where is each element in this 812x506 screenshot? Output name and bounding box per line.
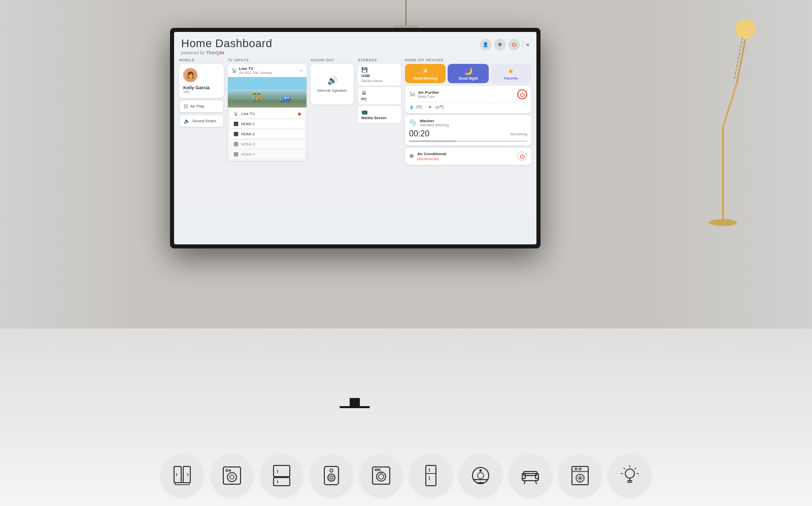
ac-info: Air Conditional Disconnected xyxy=(417,152,514,161)
svg-point-14 xyxy=(226,469,228,472)
dryer-icon-circle[interactable] xyxy=(361,455,401,496)
good-night-button[interactable]: 🌙 Good Night xyxy=(448,64,488,83)
air-purifier-power-button[interactable]: ⏻ xyxy=(517,89,527,99)
tv-collapse-button[interactable]: – xyxy=(299,67,303,74)
air-purifier-info: Air Purifier Baby Care xyxy=(418,90,514,98)
hdmi2-icon: ⬛ xyxy=(233,132,239,136)
dishwasher-icon xyxy=(569,464,591,487)
svg-rect-41 xyxy=(522,474,538,481)
user-avatar: 👩 xyxy=(183,68,197,82)
tv-input-hdmi4[interactable]: ⬛ HDMI 4 xyxy=(230,150,304,159)
svg-point-4 xyxy=(709,219,737,226)
media-server-label: Media Server xyxy=(361,116,387,120)
storage-item-list: 💾 USB Device Name 🖥 PC 📺 Media Server xyxy=(358,64,401,123)
svg-point-56 xyxy=(625,469,634,478)
tv-card-info: 📡 Live TV 28 SKD The Journey xyxy=(231,66,272,75)
washer-time: 00:20 xyxy=(409,129,507,138)
mobile-section: MOBILE 👩 Keily Garcia V50 ⊡ Air Play xyxy=(179,58,224,240)
floor-lamp-right xyxy=(685,15,766,228)
speaker-icon-circle[interactable] xyxy=(311,455,352,496)
tv-channel-name: Live TV xyxy=(239,66,272,71)
svg-point-15 xyxy=(229,470,231,472)
air-purifier-sub: Baby Care xyxy=(418,95,514,98)
tall-fridge-icon-circle[interactable] xyxy=(411,455,451,496)
storage-item-media[interactable]: 📺 Media Server xyxy=(358,106,401,123)
smart-lamp-icon xyxy=(619,464,641,487)
scene-people-icon: 🧑‍🤝‍🧑 xyxy=(252,93,262,102)
washer-remaining-label: Remaining xyxy=(511,132,527,136)
hdmi1-label: HDMI 1 xyxy=(241,122,255,126)
sofa-icon-circle[interactable] xyxy=(510,455,551,496)
svg-point-0 xyxy=(735,19,756,40)
live-tv-icon: 📡 xyxy=(233,112,239,116)
power-control-button[interactable]: ⏻ xyxy=(509,39,520,50)
settings-control-button[interactable]: ⚙ xyxy=(494,39,505,50)
tv-inputs-section-label: TV INPUTS xyxy=(228,58,307,62)
home-iot-section-label: HOME IOT DEVICES xyxy=(405,58,531,62)
air-play-button[interactable]: ⊡ Air Play xyxy=(179,100,224,113)
tv-thumbnail: 🧑‍🤝‍🧑 🚙 xyxy=(228,77,307,107)
tv-input-hdmi1[interactable]: ⬛ HDMI 1 xyxy=(230,120,304,128)
air-purifier-temp-stat: 💧 3℃ xyxy=(409,105,422,110)
sbs-fridge-icon-circle[interactable] xyxy=(261,455,302,496)
washing-machine-icon xyxy=(221,464,243,487)
fridge-icon-circle[interactable] xyxy=(162,455,202,496)
dashboard-title: Home Dashboard xyxy=(181,37,272,50)
usb-label: USB xyxy=(361,74,370,78)
ac-status: Disconnected xyxy=(417,157,514,161)
pc-label: PC xyxy=(361,97,367,101)
live-tv-label: Live TV xyxy=(241,112,255,116)
tv-input-hdmi2[interactable]: ⬛ HDMI 2 xyxy=(230,130,304,138)
snowflake-icon: ❄ xyxy=(428,105,432,110)
hdmi2-label: HDMI 2 xyxy=(241,132,255,136)
tv-input-hdmi3[interactable]: ⬛ HDMI 3 xyxy=(230,140,304,149)
sound-out-card[interactable]: 🔊 Internal Speaker xyxy=(311,64,354,104)
fridge-icon xyxy=(171,464,193,487)
washer-icon: 🫧 xyxy=(409,119,417,126)
washer-icon-circle[interactable] xyxy=(212,455,252,496)
tv-card-header: 📡 Live TV 28 SKD The Journey xyxy=(228,64,307,77)
sound-share-label: Sound Share xyxy=(192,119,216,123)
tv-input-live[interactable]: 📡 Live TV xyxy=(230,110,304,118)
air-purifier-row: 🌬 Air Purifier Baby Care ⏻ xyxy=(409,89,527,99)
ac-row: ❄ Air Conditional Disconnected ⏻ xyxy=(409,151,527,161)
svg-rect-31 xyxy=(426,465,436,486)
tv-show-info: 28 SKD The Journey xyxy=(239,71,272,75)
washer-progress-row: 00:20 Remaining xyxy=(409,129,527,138)
sound-share-icon: 🔈 xyxy=(184,118,190,124)
air-purifier-stats: 💧 3℃ ❄ -16℃ xyxy=(409,102,527,110)
title-area: Home Dashboard powered by ThinQAI xyxy=(181,37,272,55)
good-morning-button[interactable]: ☀ Good Morning xyxy=(405,64,446,83)
usb-sublabel: Device Name xyxy=(361,79,383,83)
storage-item-usb[interactable]: 💾 USB Device Name xyxy=(358,64,401,86)
user-control-button[interactable]: 👤 xyxy=(480,39,491,50)
iot-mode-buttons: ☀ Good Morning 🌙 Good Night ★ Favorite xyxy=(405,64,531,83)
dishwasher-icon-circle[interactable] xyxy=(560,455,600,496)
pc-icon: 🖥 xyxy=(361,90,366,96)
ac-power-button[interactable]: ⏻ xyxy=(517,151,527,161)
svg-point-36 xyxy=(478,473,484,479)
favorite-button[interactable]: ★ Favorite xyxy=(491,64,531,83)
sound-share-button[interactable]: 🔈 Sound Share xyxy=(179,115,224,127)
close-button[interactable]: × xyxy=(526,42,529,48)
svg-point-55 xyxy=(579,468,581,470)
favorite-label: Favorite xyxy=(504,77,518,80)
dashboard-content: MOBILE 👩 Keily Garcia V50 ⊡ Air Play xyxy=(174,58,536,244)
morning-label: Good Morning xyxy=(413,77,437,80)
mobile-section-label: MOBILE xyxy=(179,58,224,62)
smart-lamp-icon-circle[interactable] xyxy=(610,455,650,496)
tv-input-list: 📡 Live TV ⬛ HDMI 1 ⬛ H xyxy=(228,107,307,161)
dashboard-overlay: Home Dashboard powered by ThinQAI 👤 ⚙ ⏻ … xyxy=(174,32,536,244)
lamp-cord xyxy=(405,0,407,25)
svg-line-63 xyxy=(624,468,625,469)
cold-value: -16℃ xyxy=(433,105,444,110)
powered-by: powered by ThinQAI xyxy=(181,50,272,55)
sbs-fridge-icon xyxy=(270,464,293,487)
user-device: V50 xyxy=(183,90,210,94)
svg-rect-6 xyxy=(174,466,181,483)
robot-vacuum-icon-circle[interactable] xyxy=(460,455,501,496)
ac-name: Air Conditional xyxy=(417,152,514,156)
storage-item-pc[interactable]: 🖥 PC xyxy=(358,87,401,104)
night-label: Good Night xyxy=(458,77,478,80)
wall-left xyxy=(0,0,142,330)
